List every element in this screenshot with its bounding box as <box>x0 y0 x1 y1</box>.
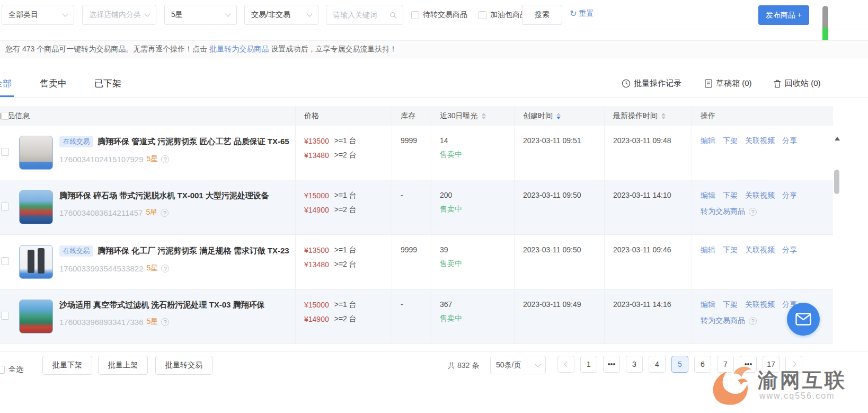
help-icon[interactable] <box>161 318 169 326</box>
recycle-bin-link[interactable]: 回收站 (0) <box>773 78 821 89</box>
bulk-on-shelf-button[interactable]: 批量上架 <box>98 356 148 375</box>
updated-cell: 2023-03-11 14:16 <box>605 289 692 344</box>
page-button-current[interactable]: 5 <box>671 356 688 373</box>
help-icon[interactable] <box>749 208 757 216</box>
scrollbar-thumb[interactable] <box>834 170 839 194</box>
product-thumbnail[interactable] <box>19 245 53 279</box>
row-checkbox[interactable] <box>1 203 9 210</box>
share-link[interactable]: 分享 <box>782 136 797 146</box>
help-icon[interactable] <box>161 155 169 163</box>
category-select[interactable]: 全部类目 <box>2 5 74 25</box>
sort-created-icon[interactable] <box>556 113 561 119</box>
page-button[interactable]: 7 <box>717 356 734 373</box>
publish-product-button[interactable]: 发布商品 + <box>758 5 809 25</box>
page-button[interactable]: 6 <box>694 356 711 373</box>
product-management-page: 全部类目 选择店铺内分类 5星 交易/非交易 待转交易商品 <box>0 0 868 413</box>
product-title[interactable]: 腾翔环保 化工厂 污泥剪切泵 满足规格 需求订做 TX-23 <box>98 246 289 255</box>
related-video-link[interactable]: 关联视频 <box>745 191 775 200</box>
message-fab-button[interactable] <box>787 303 820 336</box>
page-button[interactable]: 17 <box>763 356 780 373</box>
header-exposure-label: 近30日曝光 <box>440 111 478 121</box>
price-amount: ¥14900 <box>304 315 329 323</box>
share-link[interactable]: 分享 <box>782 191 797 200</box>
off-shelf-link[interactable]: 下架 <box>723 191 738 200</box>
select-all-header-checkbox[interactable] <box>1 112 9 120</box>
off-shelf-link[interactable]: 下架 <box>723 300 738 310</box>
pagination: 1 ••• 3 4 5 6 7 ••• 17 <box>557 356 802 373</box>
header-created-label: 创建时间 <box>523 111 553 121</box>
header-created: 创建时间 <box>515 106 605 126</box>
edit-link[interactable]: 编辑 <box>701 191 715 200</box>
trade-type-select[interactable]: 交易/非交易 <box>244 5 318 25</box>
convert-to-trade-link[interactable]: 转为交易商品 <box>701 316 745 326</box>
product-thumbnail[interactable] <box>19 190 53 224</box>
star-select[interactable]: 5星 <box>164 5 237 25</box>
pending-trade-checkbox[interactable]: 待转交易商品 <box>411 5 467 25</box>
related-video-link[interactable]: 关联视频 <box>745 300 775 310</box>
tab-all[interactable]: 全部 <box>0 77 12 90</box>
scroll-up-arrow[interactable] <box>835 137 840 140</box>
next-page-button[interactable] <box>785 356 802 373</box>
page-button[interactable]: 3 <box>626 356 643 373</box>
header-exposure: 近30日曝光 <box>431 106 515 126</box>
product-thumbnail[interactable] <box>19 136 53 170</box>
related-video-link[interactable]: 关联视频 <box>745 136 775 146</box>
page-button[interactable]: 1 <box>580 356 597 373</box>
sort-exposure-icon[interactable] <box>482 113 486 119</box>
row-checkbox[interactable] <box>1 148 9 156</box>
convert-to-trade-link[interactable]: 转为交易商品 <box>701 207 745 216</box>
off-shelf-link[interactable]: 下架 <box>723 136 738 146</box>
notice-text-prefix: 您有 473 个商品可一键转为交易商品。无需再逐个操作！点击 <box>5 45 207 54</box>
shop-category-select[interactable]: 选择店铺内分类 <box>82 5 156 25</box>
edit-link[interactable]: 编辑 <box>701 245 715 255</box>
product-id: 1760033993544533822 <box>59 264 144 273</box>
checkbox-icon <box>479 11 486 19</box>
sort-updated-icon[interactable] <box>661 113 666 119</box>
keyword-search-box <box>326 5 403 25</box>
page-size-select[interactable]: 50条/页 <box>490 356 546 374</box>
price-amount: ¥15000 <box>304 191 329 200</box>
page-ellipsis-button[interactable]: ••• <box>740 356 757 373</box>
edit-link[interactable]: 编辑 <box>701 136 715 146</box>
notice-text-suffix: 设置成功后，立享专属交易流量扶持！ <box>271 45 397 54</box>
search-button[interactable]: 搜索 <box>522 5 562 25</box>
exposure-cell: 39 售卖中 <box>431 235 515 289</box>
off-shelf-link[interactable]: 下架 <box>723 245 738 255</box>
status-on-sale: 售卖中 <box>440 314 509 323</box>
share-link[interactable]: 分享 <box>782 245 797 255</box>
product-thumbnail[interactable] <box>19 300 53 333</box>
product-title[interactable]: 腾翔环保 管道式 污泥剪切泵 匠心工艺 品质保证 TX-65 <box>98 137 289 146</box>
tab-bar: 全部 售卖中 已下架 批量操作记录 草稿箱 (0) 回收站 (0) <box>0 73 868 98</box>
product-title[interactable]: 腾翔环保 碎石场 带式污泥脱水机 TX-001 大型污泥处理设备 <box>59 191 269 200</box>
related-video-link[interactable]: 关联视频 <box>745 245 775 255</box>
help-icon[interactable] <box>161 209 169 217</box>
price-cell: ¥15000>=1 台 ¥14900>=2 台 <box>296 289 392 344</box>
help-icon[interactable] <box>749 317 757 325</box>
price-cell: ¥15000>=1 台 ¥14900>=2 台 <box>296 180 392 234</box>
envelope-icon <box>795 313 811 326</box>
keyword-input[interactable] <box>333 11 389 19</box>
tab-on-sale[interactable]: 售卖中 <box>40 77 67 90</box>
edit-link[interactable]: 编辑 <box>701 300 715 310</box>
stock-value: 9999 <box>401 136 417 145</box>
product-title[interactable]: 沙场适用 真空带式过滤机 洗石粉污泥处理 TX-03 腾翔环保 <box>59 300 265 309</box>
bulk-convert-button[interactable]: 批量转交易 <box>155 356 212 375</box>
exposure-value: 367 <box>440 300 509 309</box>
row-checkbox[interactable] <box>1 312 9 320</box>
batch-operation-log-link[interactable]: 批量操作记录 <box>622 78 681 89</box>
status-on-sale: 售卖中 <box>440 150 509 160</box>
select-all-checkbox[interactable]: 全选 <box>0 359 23 380</box>
prev-page-button[interactable] <box>557 356 574 373</box>
bulk-convert-link[interactable]: 批量转为交易商品 <box>209 45 269 54</box>
page-button[interactable]: 4 <box>649 356 666 373</box>
fuel-pack-checkbox[interactable]: 加油包商品 <box>479 5 527 25</box>
help-icon[interactable] <box>161 265 169 273</box>
ops-cell: 编辑 下架 关联视频 分享 转为交易商品 <box>692 180 833 234</box>
bulk-off-shelf-button[interactable]: 批量下架 <box>42 356 92 375</box>
drafts-link[interactable]: 草稿箱 (0) <box>704 78 752 89</box>
tab-off-shelf[interactable]: 已下架 <box>94 77 121 90</box>
page-ellipsis-button[interactable]: ••• <box>603 356 620 373</box>
row-checkbox[interactable] <box>1 257 9 265</box>
reset-link[interactable]: ↻ 重置 <box>570 9 594 19</box>
stock-cell: - <box>392 289 431 344</box>
